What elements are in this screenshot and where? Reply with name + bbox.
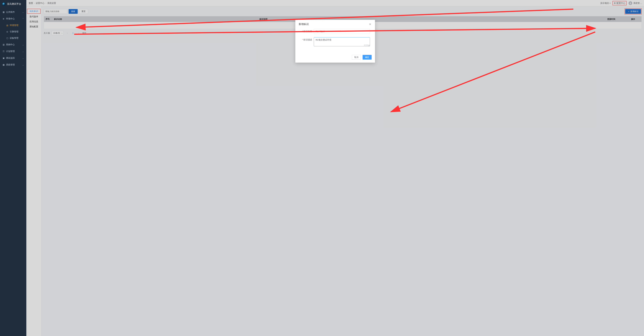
grid-icon: ▤ <box>6 24 8 27</box>
identifier-name-input[interactable] <box>314 29 370 34</box>
config-center-button[interactable]: ⚙ 配置中心 <box>612 1 626 5</box>
project-selector[interactable]: 演示项目 ▾ <box>600 2 610 5</box>
target-icon: ◎ <box>6 31 8 33</box>
chevron-down-icon: ⌄ <box>22 44 24 46</box>
logo-icon <box>2 2 6 6</box>
cancel-button[interactable]: 取消 <box>352 55 361 60</box>
chevron-right-icon: › <box>46 2 46 4</box>
sidebar-item-case-center[interactable]: ▥用例中心 ⌄ <box>0 41 26 48</box>
gear-icon: ⚙ <box>614 2 616 4</box>
chevron-down-icon: ⌄ <box>22 64 24 66</box>
chevron-down-icon: ⌄ <box>22 50 24 53</box>
component-icon: ▦ <box>2 11 5 13</box>
calendar-icon: ☷ <box>2 50 5 53</box>
page-number-current[interactable]: 1 <box>71 31 75 35</box>
char-counter: 8/200 <box>364 44 368 46</box>
col-name: 标识名称 <box>52 18 258 21</box>
track-icon: ▣ <box>2 57 5 59</box>
identifier-desc-textarea[interactable]: RS项目测试环境 <box>314 37 370 46</box>
svg-point-0 <box>630 2 631 3</box>
total-count: 共 0 条 <box>44 32 50 35</box>
breadcrumb-item: 系统设置 <box>47 2 56 5</box>
next-page-button[interactable]: › <box>77 31 81 35</box>
chevron-up-icon: ⌃ <box>22 18 24 20</box>
main: 首页 › 设置中心 › 系统设置 演示项目 ▾ ⚙ 配置中心 <box>26 0 644 336</box>
sidebar-item-test-track[interactable]: ▣测试追踪 ⌄ <box>0 55 26 62</box>
chevron-down-icon: ⌄ <box>22 57 24 59</box>
app-title: 流马测试平台 <box>7 3 21 6</box>
logo: 流马测试平台 <box>0 0 26 8</box>
prev-page-button[interactable]: ‹ <box>65 31 69 35</box>
user-menu[interactable]: 系统管… <box>628 1 642 5</box>
field-label-desc: *标识描述 <box>300 37 312 41</box>
settings-tabs: 域名标识 迭代版本 应用信息 通知配置 <box>26 6 42 336</box>
tab-notify-config[interactable]: 通知配置 <box>26 24 41 29</box>
sidebar-subitem-device-manage[interactable]: ▢设备管理 <box>0 35 26 41</box>
header: 首页 › 设置中心 › 系统设置 演示项目 ▾ ⚙ 配置中心 <box>26 0 644 6</box>
breadcrumb: 首页 › 设置中心 › 系统设置 <box>29 2 56 5</box>
sidebar-item-env-center[interactable]: ⊕环境中心 ⌃ <box>0 16 26 22</box>
sidebar-item-public-components[interactable]: ▦公共组件 ⌄ <box>0 9 26 16</box>
sidebar-subitem-engine-manage[interactable]: ◎引擎管理 <box>0 29 26 35</box>
breadcrumb-home[interactable]: 首页 <box>29 2 33 5</box>
tab-iteration-version[interactable]: 迭代版本 <box>26 14 41 19</box>
globe-icon: ⊕ <box>2 18 5 20</box>
breadcrumb-item[interactable]: 设置中心 <box>36 2 44 5</box>
search-button[interactable]: 搜索 <box>68 9 78 14</box>
plus-icon: ＋ <box>628 10 630 13</box>
sidebar-subitem-env-manage[interactable]: ▤环境管理 <box>0 22 26 29</box>
tab-app-info[interactable]: 应用信息 <box>26 19 41 24</box>
add-button-highlight: ＋ 新增标识 <box>624 9 642 15</box>
add-identifier-dialog: 新增标识 ✕ *标识名称 *标识描述 RS项目测试环境 8/200 <box>295 20 375 63</box>
add-identifier-button[interactable]: ＋ 新增标识 <box>625 9 641 14</box>
sidebar: 流马测试平台 ▦公共组件 ⌄ ⊕环境中心 ⌃ ▤环境管理 ◎引擎管理 ▢设备管理 <box>0 0 26 336</box>
toolbar: 搜索 重置 ＋ 新增标识 <box>44 9 642 15</box>
field-label-name: *标识名称 <box>300 29 312 33</box>
system-icon: ▩ <box>2 64 5 66</box>
dialog-title: 新增标识 <box>299 23 309 26</box>
confirm-button[interactable]: 确定 <box>362 55 372 60</box>
chevron-right-icon: › <box>34 2 35 4</box>
goto-page: 前往 <box>82 32 86 35</box>
col-operate: 操作 <box>625 18 642 21</box>
tab-domain-identifier[interactable]: 域名标识 <box>27 9 40 14</box>
caret-down-icon: ▾ <box>610 2 610 4</box>
search-input[interactable] <box>44 9 67 14</box>
sidebar-menu: ▦公共组件 ⌄ ⊕环境中心 ⌃ ▤环境管理 ◎引擎管理 ▢设备管理 ▥用例中心 <box>0 8 26 336</box>
sidebar-item-system-manage[interactable]: ▩系统管理 ⌄ <box>0 62 26 68</box>
col-index: 序号 <box>44 18 52 21</box>
sidebar-item-plan-manage[interactable]: ☷计划管理 ⌄ <box>0 48 26 55</box>
page-size-select[interactable]: 10条/页 <box>52 31 64 35</box>
case-icon: ▥ <box>2 44 5 46</box>
chevron-down-icon: ⌄ <box>22 11 24 14</box>
col-update-time: 更新时间 <box>598 18 625 21</box>
reset-button[interactable]: 重置 <box>79 9 88 14</box>
device-icon: ▢ <box>6 37 8 39</box>
avatar-icon <box>628 1 632 5</box>
close-icon[interactable]: ✕ <box>368 23 372 26</box>
sidebar-submenu-env: ▤环境管理 ◎引擎管理 ▢设备管理 <box>0 22 26 41</box>
